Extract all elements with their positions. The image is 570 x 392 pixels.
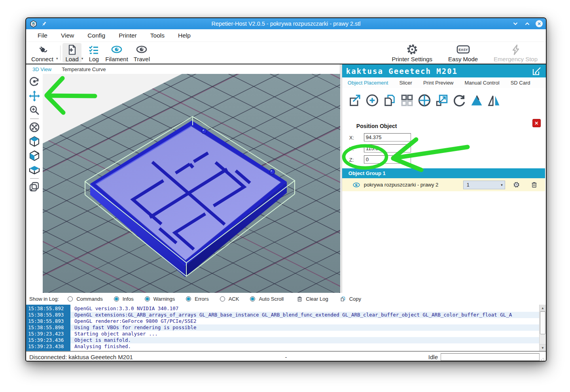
filter-ack[interactable]: ACK xyxy=(220,296,239,302)
top-view-icon[interactable] xyxy=(28,163,41,177)
rotate-object-icon[interactable] xyxy=(452,93,467,108)
menu-printer[interactable]: Printer xyxy=(112,32,144,39)
3d-viewport[interactable] xyxy=(43,74,340,293)
log-row: 15:38:55.893OpenGL renderer:GeForce 9800… xyxy=(26,318,540,324)
tab-temperature-curve[interactable]: Temperature Curve xyxy=(62,66,106,72)
lightning-bolt-icon xyxy=(510,44,522,56)
isometric-view-icon[interactable] xyxy=(28,135,41,148)
add-object-icon[interactable] xyxy=(365,93,380,108)
y-input[interactable] xyxy=(364,144,411,153)
rotate-view-icon[interactable] xyxy=(28,75,41,89)
object-list-row: pokrywa rozpuszczarki - prawy 2 1 ▾ xyxy=(342,178,545,191)
object-settings-gear-icon[interactable] xyxy=(513,181,520,188)
minimize-button[interactable] xyxy=(512,20,519,27)
lay-flat-icon[interactable] xyxy=(469,93,484,108)
center-object-icon[interactable] xyxy=(417,93,432,108)
filter-errors[interactable]: Errors xyxy=(186,296,208,302)
printer-settings-button[interactable]: Printer Settings xyxy=(389,43,436,63)
menu-help[interactable]: Help xyxy=(171,32,197,39)
errors-radio[interactable] xyxy=(186,296,191,302)
object-group-title: Object Group 1 xyxy=(348,170,386,176)
menu-view[interactable]: View xyxy=(54,32,81,39)
filament-button[interactable]: Filament xyxy=(102,43,131,63)
printer-header: kaktusa Geeetech M201 xyxy=(342,64,546,77)
infos-radio[interactable] xyxy=(114,296,119,302)
zoom-view-icon[interactable] xyxy=(28,104,41,117)
menu-file[interactable]: File xyxy=(31,32,54,39)
svg-text:EASY: EASY xyxy=(458,48,468,52)
view-area: 3D View Temperature Curve xyxy=(26,64,340,293)
trash-icon xyxy=(297,296,302,302)
filter-infos[interactable]: Infos xyxy=(114,296,134,302)
filter-warnings[interactable]: Warnings xyxy=(145,296,175,302)
window-title: Repetier-Host V2.0.5 - pokrywa rozpuszcz… xyxy=(26,21,546,27)
log-button[interactable]: Log xyxy=(85,43,102,63)
tab-print-preview[interactable]: Print Preview xyxy=(418,80,459,86)
load-dropdown-arrow[interactable]: ▾ xyxy=(81,57,83,60)
ack-radio[interactable] xyxy=(220,296,225,302)
close-button[interactable]: ✕ xyxy=(536,20,543,27)
travel-button[interactable]: Travel xyxy=(131,43,153,63)
filter-commands[interactable]: Commands xyxy=(68,296,102,302)
autoposition-icon[interactable] xyxy=(400,93,415,108)
scrollbar-thumb[interactable] xyxy=(540,311,545,334)
maximize-button[interactable] xyxy=(524,20,531,27)
fit-view-icon[interactable] xyxy=(28,121,41,134)
filter-auto-scroll[interactable]: Auto Scroll xyxy=(250,296,284,302)
3d-model-scene xyxy=(43,74,340,293)
log-output[interactable]: 15:38:55.892OpenGL version:3.3.0 NVIDIA … xyxy=(26,305,546,351)
pin-icon[interactable] xyxy=(41,21,47,27)
menu-config[interactable]: Config xyxy=(81,32,112,39)
connect-button[interactable]: Connect xyxy=(28,43,56,63)
show-in-log-label: Show in Log: xyxy=(29,296,59,302)
log-row: 15:39:23.438Analysing finished. xyxy=(26,343,540,350)
right-panel: kaktusa Geeetech M201 Object Placement S… xyxy=(342,64,546,293)
tab-manual-control[interactable]: Manual Control xyxy=(459,80,505,86)
front-view-icon[interactable] xyxy=(28,149,41,162)
copy-log-button[interactable]: Copy xyxy=(340,296,361,302)
log-checklist-icon xyxy=(88,44,100,56)
visibility-eye-icon[interactable] xyxy=(353,182,360,188)
move-view-icon[interactable] xyxy=(28,89,41,103)
scroll-up-button[interactable]: ▲ xyxy=(540,305,546,311)
object-group-header[interactable]: Object Group 1 xyxy=(342,168,545,178)
mirror-object-icon[interactable] xyxy=(487,93,502,108)
z-input[interactable] xyxy=(364,155,411,164)
scale-object-icon[interactable] xyxy=(434,93,449,108)
export-icon[interactable] xyxy=(347,93,362,108)
connect-label: Connect xyxy=(31,56,53,62)
copy-icon xyxy=(340,296,346,302)
log-row: 15:39:23.436Object is manifold. xyxy=(26,337,540,343)
tab-3d-view[interactable]: 3D View xyxy=(26,66,51,72)
easy-mode-button[interactable]: EASY Easy Mode xyxy=(445,43,481,63)
auto-scroll-radio[interactable] xyxy=(250,296,255,302)
copy-object-icon[interactable] xyxy=(382,93,397,108)
edit-printer-icon[interactable] xyxy=(532,66,542,76)
commands-radio[interactable] xyxy=(68,296,73,302)
connect-dropdown-arrow[interactable]: ▾ xyxy=(56,57,58,60)
status-center: - xyxy=(285,354,287,360)
log-row: 15:38:55.898Using fast VBOs for renderin… xyxy=(26,324,540,331)
load-button[interactable]: Load xyxy=(62,43,81,63)
log-scrollbar[interactable]: ▲ ▼ xyxy=(539,305,546,351)
tab-object-placement[interactable]: Object Placement xyxy=(342,80,394,86)
resize-grip[interactable] xyxy=(541,357,545,361)
warnings-radio[interactable] xyxy=(145,296,150,302)
load-label: Load xyxy=(65,56,78,62)
scroll-down-button[interactable]: ▼ xyxy=(540,344,546,351)
copies-dropdown[interactable]: 1 ▾ xyxy=(463,181,505,189)
menu-tools[interactable]: Tools xyxy=(144,32,171,39)
menu-bar: File View Config Printer Tools Help xyxy=(26,29,546,42)
tab-sd-card[interactable]: SD Card xyxy=(505,80,536,86)
clear-log-button[interactable]: Clear Log xyxy=(297,296,328,302)
filament-eye-icon xyxy=(110,44,123,56)
y-label: Y: xyxy=(349,146,354,152)
parallel-projection-icon[interactable] xyxy=(28,180,41,194)
delete-object-trash-icon[interactable] xyxy=(531,181,537,188)
copies-value: 1 xyxy=(464,182,501,188)
printer-name: kaktusa Geeetech M201 xyxy=(342,67,458,75)
tab-slicer[interactable]: Slicer xyxy=(394,80,418,86)
x-input[interactable] xyxy=(364,133,411,141)
load-file-icon xyxy=(66,44,78,56)
close-position-panel-button[interactable]: ✕ xyxy=(532,119,541,127)
